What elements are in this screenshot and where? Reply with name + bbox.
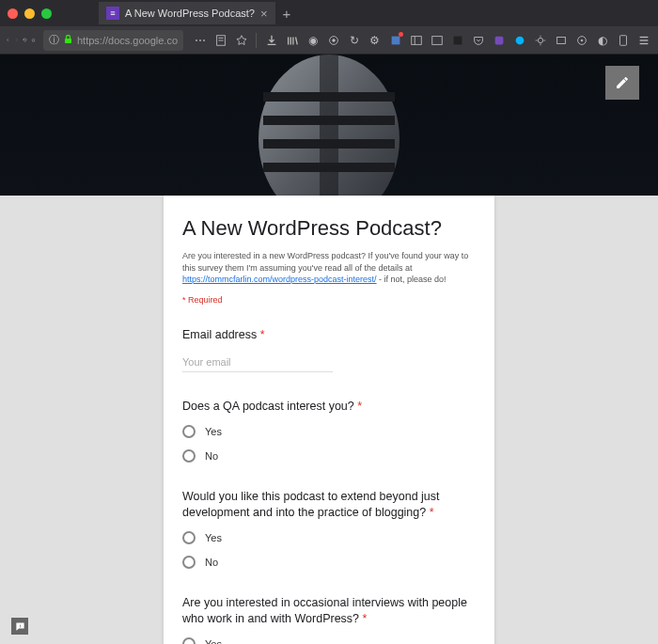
- radio-icon: [182, 637, 196, 644]
- downloads-icon[interactable]: [262, 31, 280, 49]
- extension-icon[interactable]: [324, 31, 342, 49]
- window-close-button[interactable]: [8, 8, 18, 19]
- form-desc-pre: Are you interested in a new WordPress po…: [182, 251, 468, 273]
- option-label: Yes: [205, 532, 222, 543]
- question-label: Are you interested in occasional intervi…: [182, 595, 476, 628]
- option-label: Yes: [205, 426, 222, 437]
- svg-point-12: [515, 36, 524, 44]
- form-desc-link[interactable]: https://tommcfarlin.com/wordpress-podcas…: [182, 275, 377, 284]
- pocket-icon[interactable]: [469, 31, 487, 49]
- lock-icon: [64, 35, 72, 46]
- question-label: Does a QA podcast interest you? *: [182, 399, 476, 416]
- extension-icon[interactable]: [386, 31, 404, 49]
- window-controls: [8, 8, 52, 19]
- required-star-icon: *: [357, 400, 362, 413]
- svg-rect-9: [431, 36, 442, 44]
- svg-rect-28: [20, 626, 21, 627]
- new-tab-button[interactable]: +: [283, 6, 291, 22]
- extension-icon[interactable]: [510, 31, 528, 49]
- form-description: Are you interested in a new WordPress po…: [182, 250, 476, 286]
- extension-icon[interactable]: [552, 31, 570, 49]
- url-text: https://docs.google.co: [77, 35, 178, 46]
- feedback-icon: [15, 621, 25, 632]
- tab-favicon: ≡: [106, 7, 119, 20]
- svg-point-27: [19, 624, 20, 625]
- svg-rect-7: [411, 36, 421, 44]
- window-titlebar: ≡ A New WordPress Podcast? × +: [0, 0, 658, 26]
- radio-icon: [182, 531, 196, 544]
- radio-icon: [182, 425, 196, 438]
- toolbar-separator: [256, 33, 257, 48]
- label-text: Would you like this podcast to extend be…: [182, 490, 440, 520]
- svg-rect-26: [320, 55, 338, 196]
- question-blogging: Would you like this podcast to extend be…: [182, 489, 476, 569]
- back-button[interactable]: [6, 30, 10, 51]
- tab-close-button[interactable]: ×: [260, 7, 268, 21]
- bookmark-star-icon[interactable]: [232, 31, 250, 49]
- required-star-icon: *: [260, 328, 265, 341]
- radio-option[interactable]: No: [182, 449, 476, 463]
- browser-tab[interactable]: ≡ A New WordPress Podcast? ×: [99, 2, 275, 24]
- svg-rect-11: [494, 36, 503, 44]
- svg-rect-14: [556, 37, 565, 43]
- extension-icon[interactable]: ↻: [345, 31, 363, 49]
- site-info-icon[interactable]: ⓘ: [49, 33, 59, 47]
- tab-title: A New WordPress Podcast?: [125, 8, 255, 19]
- extension-icon[interactable]: [614, 31, 632, 49]
- form-banner: [0, 55, 658, 196]
- page-action-dots-icon[interactable]: ⋯: [191, 31, 209, 49]
- svg-rect-0: [65, 39, 71, 43]
- browser-toolbar: ⓘ https://docs.google.co ⋯ ◉ ↻ ⚙ ◐: [0, 26, 658, 55]
- extension-icon[interactable]: [490, 31, 508, 49]
- reader-mode-icon[interactable]: [212, 31, 229, 49]
- extension-icon[interactable]: [572, 31, 590, 49]
- sidebar-icon[interactable]: [407, 31, 425, 49]
- required-note: * Required: [182, 295, 476, 305]
- forward-button[interactable]: [14, 30, 19, 51]
- radio-option[interactable]: Yes: [182, 531, 476, 544]
- required-star-icon: *: [363, 612, 368, 625]
- menu-icon[interactable]: [634, 31, 652, 49]
- svg-rect-6: [391, 36, 400, 44]
- page-viewport: A New WordPress Podcast? Are you interes…: [0, 55, 658, 644]
- window-zoom-button[interactable]: [41, 8, 52, 19]
- extension-icon[interactable]: ◉: [304, 31, 321, 49]
- library-icon[interactable]: [283, 31, 301, 49]
- svg-rect-17: [619, 35, 626, 45]
- edit-form-button[interactable]: [605, 66, 639, 100]
- label-text: Email address: [182, 328, 257, 341]
- microphone-image: [226, 55, 432, 196]
- radio-icon: [182, 449, 196, 463]
- option-label: No: [205, 557, 218, 568]
- question-qa: Does a QA podcast interest you? * Yes No: [182, 399, 476, 463]
- question-label: Would you like this podcast to extend be…: [182, 489, 476, 522]
- option-label: Yes: [205, 638, 222, 644]
- reload-button[interactable]: [23, 30, 27, 51]
- radio-icon: [182, 556, 196, 569]
- address-bar[interactable]: ⓘ https://docs.google.co: [43, 30, 183, 51]
- required-star-icon: *: [430, 506, 434, 519]
- svg-point-5: [332, 39, 336, 42]
- question-label: Email address *: [182, 327, 476, 344]
- extension-icon[interactable]: [448, 31, 466, 49]
- email-input[interactable]: [182, 353, 333, 372]
- label-text: Are you interested in occasional intervi…: [182, 596, 467, 626]
- radio-option[interactable]: No: [182, 556, 476, 569]
- extension-icon[interactable]: [428, 31, 446, 49]
- extension-icon[interactable]: [531, 31, 549, 49]
- home-button[interactable]: [31, 30, 36, 51]
- question-interviews: Are you interested in occasional intervi…: [182, 595, 476, 644]
- label-text: Does a QA podcast interest you?: [182, 400, 354, 413]
- radio-option[interactable]: Yes: [182, 425, 476, 438]
- svg-rect-10: [453, 36, 462, 44]
- question-email: Email address *: [182, 327, 476, 373]
- extension-icon[interactable]: ⚙: [366, 31, 384, 49]
- svg-point-13: [538, 38, 542, 42]
- extension-icon[interactable]: ◐: [593, 31, 611, 49]
- toolbar-actions: ⋯ ◉ ↻ ⚙ ◐: [191, 31, 652, 49]
- feedback-button[interactable]: [11, 618, 28, 635]
- pencil-icon: [615, 75, 630, 90]
- radio-option[interactable]: Yes: [182, 637, 476, 644]
- window-minimize-button[interactable]: [24, 8, 35, 19]
- svg-point-16: [581, 39, 583, 41]
